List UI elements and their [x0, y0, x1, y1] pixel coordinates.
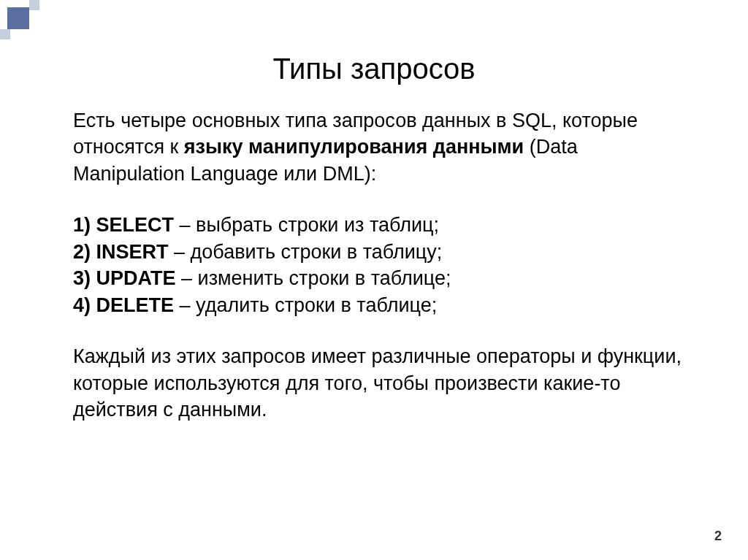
item-desc: – добавить строки в таблицу; [169, 241, 443, 263]
item-command: UPDATE [96, 267, 176, 289]
item-desc: – изменить строки в таблице; [176, 267, 451, 289]
list-item: 2) INSERT – добавить строки в таблицу; [73, 239, 682, 265]
item-number: 1) [73, 214, 96, 236]
list-item: 1) SELECT – выбрать строки из таблиц; [73, 212, 682, 238]
item-command: SELECT [96, 214, 175, 236]
outro-paragraph: Каждый из этих запросов имеет различные … [73, 343, 682, 423]
item-command: DELETE [96, 294, 175, 316]
item-desc: – удалить строки в таблице; [174, 294, 437, 316]
item-number: 2) [73, 241, 96, 263]
decor-square-left [0, 29, 10, 39]
slide-title: Типы запросов [0, 53, 748, 85]
list-item: 4) DELETE – удалить строки в таблице; [73, 292, 682, 318]
decor-square-large [7, 7, 29, 29]
intro-paragraph: Есть четыре основных типа запросов данны… [73, 107, 682, 187]
intro-bold: языку манипулирования данными [184, 136, 524, 158]
item-command: INSERT [96, 241, 169, 263]
query-list: 1) SELECT – выбрать строки из таблиц; 2)… [73, 212, 682, 318]
page-number: 2 [714, 529, 722, 544]
decor-square-top [29, 0, 39, 10]
item-number: 4) [73, 294, 96, 316]
slide-content: Есть четыре основных типа запросов данны… [0, 107, 748, 423]
list-item: 3) UPDATE – изменить строки в таблице; [73, 265, 682, 291]
item-desc: – выбрать строки из таблиц; [174, 214, 439, 236]
item-number: 3) [73, 267, 96, 289]
